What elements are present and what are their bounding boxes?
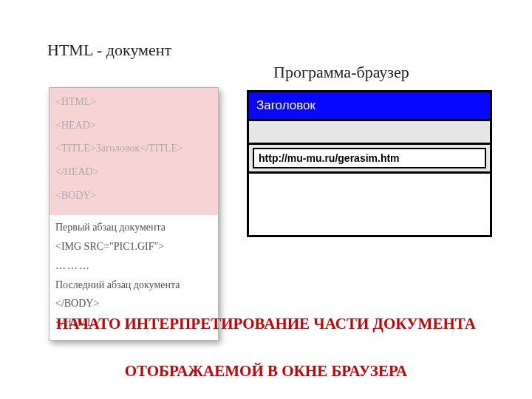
browser-address-wrap: http://mu-mu.ru/gerasim.htm <box>249 145 490 174</box>
code-line: Первый абзац документа <box>55 219 212 236</box>
browser-window: Заголовок http://mu-mu.ru/gerasim.htm <box>247 90 492 237</box>
heading-browser-program: Программа-браузер <box>273 63 409 82</box>
code-line: Последний абзац документа <box>55 277 212 293</box>
code-line-ellipsis: ……… <box>55 258 212 274</box>
code-line: <IMG SRC="PIC1.GIF"> <box>55 239 212 255</box>
browser-content-area <box>249 174 490 235</box>
caption-line-2: ОТОБРАЖАЕМОЙ В ОКНЕ БРАУЗЕРА <box>0 362 532 381</box>
code-line: </BODY> <box>55 296 212 312</box>
code-line: <HEAD> <box>55 117 212 134</box>
browser-titlebar: Заголовок <box>249 92 490 121</box>
caption-line-1: НАЧАТО ИНТЕРПРЕТИРОВАНИЕ ЧАСТИ ДОКУМЕНТА <box>0 315 532 333</box>
code-line: <HTML> <box>55 94 212 110</box>
browser-address-bar[interactable]: http://mu-mu.ru/gerasim.htm <box>253 148 486 168</box>
code-line: <TITLE>Заголовок</TITLE> <box>55 140 212 157</box>
heading-html-document: HTML - документ <box>47 41 171 60</box>
html-source-box: <HTML> <HEAD> <TITLE>Заголовок</TITLE> <… <box>49 87 219 341</box>
browser-toolbar <box>249 121 490 145</box>
html-head-highlight: <HTML> <HEAD> <TITLE>Заголовок</TITLE> <… <box>50 88 218 215</box>
code-line: <BODY> <box>55 188 212 204</box>
code-line: </HEAD> <box>55 164 212 180</box>
